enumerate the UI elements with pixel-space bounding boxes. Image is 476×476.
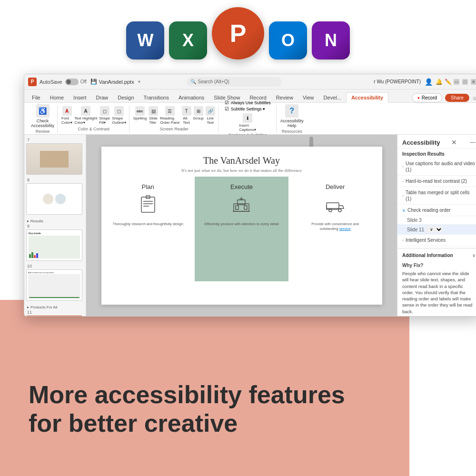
slide11-subitem[interactable]: Slide 11 ∨ <box>397 225 476 235</box>
slide-canvas: The VanArsdel Way It's not just what we … <box>86 135 397 316</box>
slide-main: The VanArsdel Way It's not just what we … <box>101 147 382 305</box>
check-accessibility-button[interactable]: ♿ CheckAccessibility <box>31 104 54 128</box>
additional-info-header[interactable]: Additional Information ∨ <box>397 250 476 260</box>
slide-col-execute: Execute <box>195 177 288 281</box>
excel-icon[interactable]: X <box>169 21 207 60</box>
tab-insert[interactable]: Insert <box>69 93 91 102</box>
slide-item-11[interactable]: 11 The VanArsdel Way Plan Execute Delive… <box>26 310 84 316</box>
filename-label: VanArsdel.pptx <box>99 79 134 85</box>
outlook-icon[interactable]: O <box>269 21 307 60</box>
ribbon-overflow-icon[interactable]: ☺ <box>472 95 476 101</box>
group-button[interactable]: ⊞ Group <box>193 106 204 125</box>
accessibility-collapse-icon[interactable]: — <box>470 139 476 146</box>
help-icon: ? <box>285 104 298 118</box>
record-dot: ● <box>417 96 420 100</box>
slide-item-9[interactable]: 9 Key trends <box>26 224 84 261</box>
deliver-title: Deliver <box>326 183 345 190</box>
reading-order-chevron: ∨ <box>402 208 406 213</box>
check-accessibility-icon: ♿ <box>36 104 50 118</box>
alt-text-button[interactable]: T AltText <box>182 106 191 125</box>
tab-accessibility[interactable]: Accessibility <box>346 92 388 103</box>
word-icon[interactable]: W <box>126 21 164 60</box>
text-highlight-icon: A <box>81 106 90 116</box>
insert-captions-button[interactable]: ⬇ InsertCaptions▾ <box>239 113 256 132</box>
tab-review[interactable]: Review <box>271 93 298 102</box>
svg-point-14 <box>338 209 341 212</box>
slide-item-8[interactable]: 8 <box>26 178 84 215</box>
why-fix-label: Why Fix? <box>402 262 476 269</box>
font-color-icon: A <box>62 106 72 116</box>
tab-file[interactable]: File <box>27 93 45 102</box>
always-use-subtitles-checkbox[interactable]: ☑ Always Use Subtitles <box>225 100 271 105</box>
save-icon: 💾 <box>90 79 97 85</box>
execute-text: Efficiently produce with attention to ev… <box>204 222 278 227</box>
contrast-item[interactable]: › Hard-to-read text contrast (2) <box>397 176 476 187</box>
tab-design[interactable]: Design <box>113 93 139 102</box>
intelligent-services-item[interactable]: › Intelligent Services <box>397 235 476 246</box>
page-wrapper: More accessibility features for better c… <box>0 0 476 476</box>
reading-order-button[interactable]: ☰ ReadingOrder Pane <box>160 106 179 125</box>
tab-draw[interactable]: Draw <box>91 93 113 102</box>
accessibility-panel-title: Accessibility <box>402 139 440 146</box>
tab-animations[interactable]: Animations <box>174 93 209 102</box>
bottom-text-block: More accessibility features for better c… <box>29 381 345 438</box>
shape-outline-icon: ◻ <box>114 106 124 116</box>
accessibility-panel-close[interactable]: ✕ <box>451 139 457 146</box>
slide-col-plan: Plan Thoroughly research an <box>101 177 195 281</box>
table-chevron: › <box>402 193 404 198</box>
execute-icon <box>232 195 251 217</box>
accessibility-panel-header: Accessibility ✕ — <box>397 135 476 149</box>
shape-fill-button[interactable]: ◻ ShapeFill▾ <box>99 106 110 125</box>
autosave-toggle[interactable] <box>65 79 79 85</box>
tab-transitions[interactable]: Transitions <box>139 93 174 102</box>
slide-columns: Plan Thoroughly research an <box>101 177 382 281</box>
tab-view[interactable]: View <box>298 93 319 102</box>
deliver-icon <box>326 195 345 217</box>
shape-outline-button[interactable]: ◻ ShapeOutline▾ <box>112 106 126 125</box>
dropdown-arrow[interactable]: ▾ <box>138 79 140 84</box>
record-button[interactable]: ● Record <box>412 93 442 102</box>
reading-order-item[interactable]: ∨ Check reading order <box>397 205 476 216</box>
group-icon: ⊞ <box>194 106 203 116</box>
share-button[interactable]: Share <box>445 94 469 102</box>
pen-icon: ✏️ <box>445 79 452 85</box>
accessibility-panel: Accessibility ✕ — Inspection Results › U… <box>397 135 476 316</box>
text-highlight-button[interactable]: A Text HighlightColor▾ <box>74 106 97 125</box>
close-button[interactable]: ✕ <box>471 79 476 85</box>
onenote-icon[interactable]: N <box>312 21 350 60</box>
slide3-subitem[interactable]: Slide 3 <box>397 216 476 225</box>
search-box[interactable]: 🔍 Search (Alt+Q) <box>187 77 282 87</box>
minimize-button[interactable]: — <box>454 79 459 85</box>
font-color-button[interactable]: A FontColor▾ <box>61 106 72 125</box>
deliver-text: Provide with convenience andoutstanding … <box>311 222 359 232</box>
maximize-button[interactable]: □ <box>462 79 468 85</box>
spelling-button[interactable]: abc Spelling <box>133 106 147 125</box>
insert-captions-icon: ⬇ <box>243 113 252 123</box>
accessibility-help-button[interactable]: ? AccessibilityHelp <box>280 104 304 128</box>
color-buttons-row: A FontColor▾ A Text HighlightColor▾ ◻ Sh… <box>61 106 126 125</box>
slide-item-10[interactable]: 10 Add results from mini products <box>26 264 84 301</box>
app-logo: P <box>28 78 37 86</box>
slide-panel: 7 8 <box>24 135 86 316</box>
user-label: r Wu (POWERPOINT) <box>374 79 421 84</box>
link-text-icon: 🔗 <box>206 106 215 116</box>
slide-title-button[interactable]: ▤ SlideTitle <box>149 106 158 125</box>
powerpoint-icon[interactable]: P <box>212 7 264 60</box>
table-item[interactable]: › Table has merged or split cells (1) <box>397 187 476 205</box>
svg-rect-8 <box>244 206 247 209</box>
bell-icon: 🔔 <box>436 79 443 85</box>
captions-item[interactable]: › Use captions for audio and video (1) <box>397 158 476 176</box>
app-icons-row: W X P O N <box>126 14 350 67</box>
plan-text: Thoroughly research and thoughtfully des… <box>113 222 183 227</box>
link-text-button[interactable]: 🔗 LinkText <box>206 106 215 125</box>
tab-home[interactable]: Home <box>45 93 69 102</box>
captions-chevron: › <box>402 164 404 169</box>
search-placeholder: Search (Alt+Q) <box>198 79 229 84</box>
slide11-dropdown[interactable]: ∨ <box>426 226 443 233</box>
autosave-off-label: Off <box>80 79 87 84</box>
slide-item-7[interactable]: 7 <box>26 138 84 175</box>
tab-developer[interactable]: Devel... <box>319 93 346 102</box>
alt-text-icon: T <box>182 106 191 116</box>
ribbon-group-captions: ☑ Always Use Subtitles ☑ Subtitle Settin… <box>219 105 277 133</box>
subtitle-settings-button[interactable]: ☑ Subtitle Settings ▾ <box>225 106 271 111</box>
